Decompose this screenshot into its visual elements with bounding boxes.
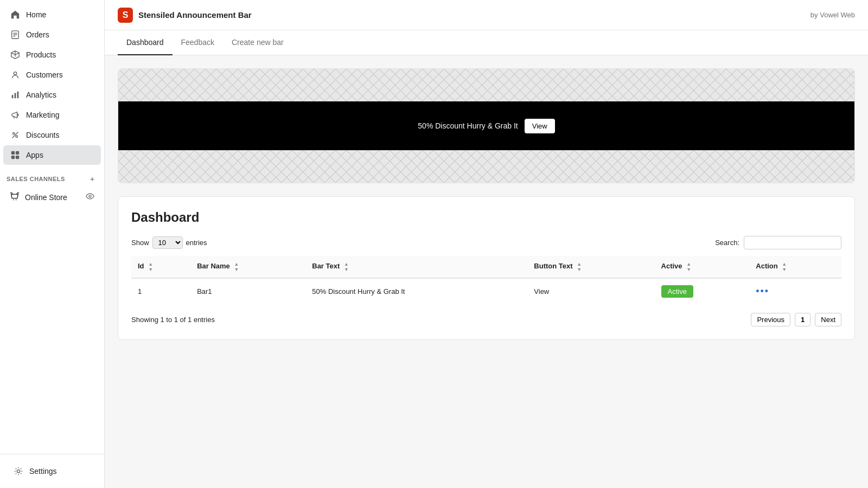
previous-page-button[interactable]: Previous <box>751 313 790 326</box>
sidebar-item-label-customers: Customers <box>26 70 63 79</box>
pagination: Showing 1 to 1 of 1 entries Previous 1 N… <box>131 313 841 326</box>
col-bar-text: Bar Text ▲▼ <box>305 256 527 278</box>
dashboard-card: Dashboard Show 10 25 50 100 entries Sear… <box>118 196 855 340</box>
sidebar-item-apps[interactable]: Apps <box>3 145 101 165</box>
table-row: 1 Bar1 50% Discount Hurry & Grab It View… <box>131 278 841 304</box>
svg-rect-11 <box>11 151 15 155</box>
col-active: Active ▲▼ <box>655 256 750 278</box>
col-button-text: Button Text ▲▼ <box>527 256 654 278</box>
active-badge: Active <box>661 285 693 298</box>
cell-id: 1 <box>131 278 190 304</box>
app-logo: S <box>118 8 133 23</box>
home-icon <box>10 9 21 20</box>
sidebar-item-customers[interactable]: Customers <box>3 65 101 85</box>
cell-bar-text: 50% Discount Hurry & Grab It <box>305 278 527 304</box>
sidebar-item-label-analytics: Analytics <box>26 91 56 99</box>
dashboard-title: Dashboard <box>131 210 841 225</box>
apps-icon <box>10 150 21 160</box>
svg-point-4 <box>14 72 16 75</box>
show-label: Show <box>131 239 149 247</box>
tab-dashboard[interactable]: Dashboard <box>118 30 173 55</box>
sidebar-item-label-products: Products <box>26 50 56 59</box>
sidebar-nav: Home Orders Products Customers Analytics <box>0 0 104 454</box>
entries-label: entries <box>186 239 207 247</box>
sidebar-item-label-marketing: Marketing <box>26 111 59 119</box>
bars-table: Id ▲▼ Bar Name ▲▼ Bar Text ▲▼ Button Tex… <box>131 256 841 304</box>
sidebar-item-discounts[interactable]: Discounts <box>3 125 101 145</box>
preview-view-button[interactable]: View <box>525 119 555 133</box>
col-action: Action ▲▼ <box>749 256 841 278</box>
sidebar-item-label-apps: Apps <box>26 151 43 159</box>
preview-bar-text: 50% Discount Hurry & Grab It <box>418 121 518 130</box>
search-label: Search: <box>715 239 739 247</box>
preview-card: 50% Discount Hurry & Grab It View <box>118 68 855 183</box>
svg-rect-12 <box>16 151 19 155</box>
sidebar-item-online-store[interactable]: Online Store <box>3 187 101 207</box>
pagination-controls: Previous 1 Next <box>751 313 841 326</box>
sidebar-item-home[interactable]: Home <box>3 5 101 24</box>
sidebar: Home Orders Products Customers Analytics <box>0 0 105 488</box>
preview-bottom-pattern <box>118 150 854 183</box>
action-sort-icon[interactable]: ▲▼ <box>782 261 787 272</box>
svg-rect-13 <box>11 156 15 159</box>
svg-point-17 <box>89 195 91 197</box>
topbar-byline: by Vowel Web <box>810 11 855 19</box>
id-sort-icon[interactable]: ▲▼ <box>148 261 153 272</box>
next-page-button[interactable]: Next <box>815 313 841 326</box>
online-store-icon <box>10 191 20 203</box>
svg-point-8 <box>13 133 15 135</box>
pagination-info: Showing 1 to 1 of 1 entries <box>131 316 215 324</box>
active-sort-icon[interactable]: ▲▼ <box>686 261 691 272</box>
cell-action: ••• <box>749 278 841 304</box>
svg-point-18 <box>17 470 20 472</box>
current-page-button[interactable]: 1 <box>795 313 810 326</box>
col-id: Id ▲▼ <box>131 256 190 278</box>
cell-button-text: View <box>527 278 654 304</box>
sidebar-item-label-orders: Orders <box>26 30 49 39</box>
settings-icon <box>13 466 24 477</box>
sidebar-item-settings[interactable]: Settings <box>7 461 98 481</box>
button-text-sort-icon[interactable]: ▲▼ <box>577 261 582 272</box>
svg-rect-14 <box>16 156 19 159</box>
search-input[interactable] <box>744 236 841 249</box>
sidebar-bottom: Settings <box>0 454 104 488</box>
sales-channels-section: SALES CHANNELS + <box>0 169 104 187</box>
topbar: S Stensiled Announcement Bar by Vowel We… <box>105 0 868 30</box>
app-title: Stensiled Announcement Bar <box>138 10 252 20</box>
add-sales-channel-button[interactable]: + <box>87 174 98 184</box>
bar-text-sort-icon[interactable]: ▲▼ <box>344 261 349 272</box>
customers-icon <box>10 69 21 80</box>
sidebar-item-label-home: Home <box>26 10 46 19</box>
table-header-row: Id ▲▼ Bar Name ▲▼ Bar Text ▲▼ Button Tex… <box>131 256 841 278</box>
announcement-bar-preview: 50% Discount Hurry & Grab It View <box>118 101 854 150</box>
sidebar-item-products[interactable]: Products <box>3 45 101 65</box>
svg-point-9 <box>16 136 18 138</box>
entries-select[interactable]: 10 25 50 100 <box>152 236 183 249</box>
sales-channels-label: SALES CHANNELS <box>7 176 65 182</box>
svg-point-15 <box>13 199 14 200</box>
marketing-icon <box>10 110 21 120</box>
show-entries-control: Show 10 25 50 100 entries <box>131 236 207 249</box>
sidebar-item-orders[interactable]: Orders <box>3 25 101 44</box>
orders-icon <box>10 29 21 40</box>
cell-bar-name: Bar1 <box>190 278 305 304</box>
main-area: S Stensiled Announcement Bar by Vowel We… <box>105 0 868 488</box>
discounts-icon <box>10 130 21 140</box>
sidebar-item-label-discounts: Discounts <box>26 131 59 139</box>
content-area: 50% Discount Hurry & Grab It View Dashbo… <box>105 55 868 488</box>
bar-name-sort-icon[interactable]: ▲▼ <box>234 261 239 272</box>
online-store-label: Online Store <box>25 193 80 202</box>
sidebar-item-marketing[interactable]: Marketing <box>3 105 101 125</box>
col-bar-name: Bar Name ▲▼ <box>190 256 305 278</box>
table-controls: Show 10 25 50 100 entries Search: <box>131 236 841 249</box>
preview-top-pattern <box>118 69 854 101</box>
tabs-bar: Dashboard Feedback Create new bar <box>105 30 868 55</box>
sidebar-item-analytics[interactable]: Analytics <box>3 85 101 105</box>
online-store-eye-icon[interactable] <box>86 192 94 202</box>
svg-rect-6 <box>15 93 16 98</box>
action-dots-button[interactable]: ••• <box>756 286 769 297</box>
tab-create-new-bar[interactable]: Create new bar <box>223 30 292 55</box>
svg-rect-5 <box>12 95 14 98</box>
tab-feedback[interactable]: Feedback <box>173 30 223 55</box>
products-icon <box>10 49 21 60</box>
